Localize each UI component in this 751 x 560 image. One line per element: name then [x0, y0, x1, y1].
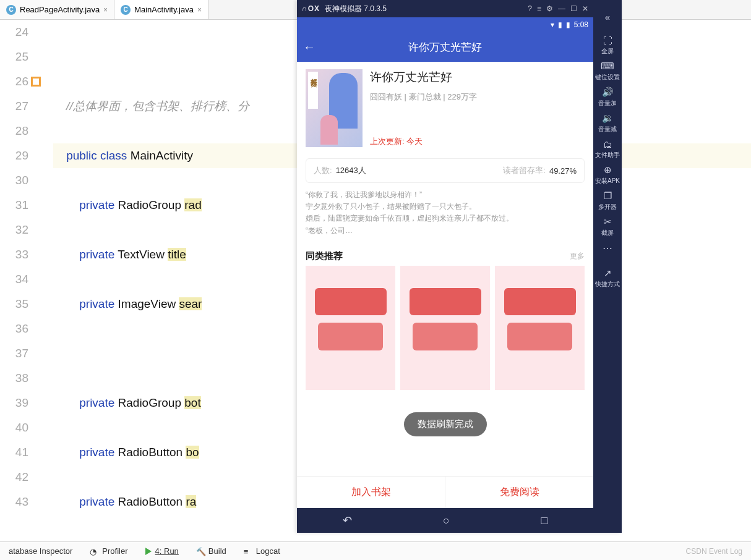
tab-label: ReadPageActivity.java — [20, 5, 100, 14]
status-time: 5:08 — [574, 20, 588, 29]
android-softkeys: ↶ ○ □ — [297, 508, 593, 533]
play-icon — [145, 548, 152, 555]
side-5[interactable]: ⊕安装APK — [595, 162, 620, 188]
emulator-titlebar[interactable]: ∩OX 夜神模拟器 7.0.3.5 ? ≡ ⚙ — ☐ ✕ — [297, 0, 593, 17]
side-1[interactable]: ⌨键位设置 — [595, 58, 620, 84]
logcat-button[interactable]: ≡Logcat — [244, 546, 280, 556]
book-header: 光芒好 许你万丈 许你万丈光芒好 囧囧有妖 | 豪门总裁 | 229万字 上次更… — [297, 62, 593, 155]
recents-key-icon[interactable]: □ — [541, 514, 547, 527]
logcat-icon: ≡ — [244, 547, 252, 556]
people-label: 人数: — [314, 165, 332, 176]
section-title: 同类推荐 — [306, 250, 343, 262]
emulator-title: 夜神模拟器 7.0.3.5 — [325, 4, 387, 14]
profiler-icon: ◔ — [90, 547, 98, 556]
shortcut-button[interactable]: ↗ 快捷方式 — [595, 265, 620, 291]
desc-line: 宁夕意外救了只小包子，结果被附赠了一只大包子。 — [306, 201, 585, 213]
side-icon: 🔊 — [602, 87, 614, 98]
code-comment: //总体界面，包含书架、排行榜、分 — [53, 100, 249, 112]
add-shelf-button[interactable]: 加入书架 — [297, 477, 445, 508]
minimize-icon[interactable]: — — [558, 4, 565, 13]
run-button[interactable]: 4: Run — [145, 546, 179, 556]
recommend-header: 同类推荐 更多 — [297, 244, 593, 266]
home-key-icon[interactable]: ○ — [443, 514, 450, 527]
emulator-sidebar: « ⛶全屏⌨键位设置🔊音量加🔉音量减🗂文件助手⊕安装APK❐多开器✂截屏 ⋯ ↗… — [593, 0, 622, 533]
side-4[interactable]: 🗂文件助手 — [595, 136, 620, 162]
book-title: 许你万丈光芒好 — [370, 69, 585, 85]
side-label: 快捷方式 — [595, 280, 620, 289]
side-label: 安装APK — [595, 177, 620, 185]
recommend-list — [297, 266, 593, 399]
side-icon: ✂ — [604, 216, 612, 227]
book-info: 许你万丈光芒好 囧囧有妖 | 豪门总裁 | 229万字 上次更新: 今天 — [370, 69, 585, 147]
side-label: 音量减 — [598, 125, 617, 134]
collapse-icon[interactable]: « — [595, 4, 620, 30]
line-gutter: 2425 26 27282930 3132333435 3637383940 4… — [0, 20, 35, 541]
book-meta: 囧囧有妖 | 豪门总裁 | 229万字 — [370, 91, 585, 103]
side-icon: ⌨ — [601, 61, 614, 72]
hammer-icon: 🔨 — [196, 547, 205, 556]
close-icon[interactable]: × — [103, 6, 108, 14]
device-screen: ▾ ▮ ▮ 5:08 ← 许你万丈光芒好 光芒好 许你万丈 许你万丈光芒好 囧囧… — [297, 17, 593, 508]
signal-icon: ▮ — [558, 20, 562, 29]
desc-line: 婚后，陆霆骁宠妻如命千依百顺，虐起狗来连亲儿子都不放过。 — [306, 213, 585, 224]
android-statusbar: ▾ ▮ ▮ 5:08 — [297, 17, 593, 32]
bottom-actions: 加入书架 免费阅读 — [297, 476, 593, 508]
side-icon: 🔉 — [602, 112, 614, 124]
toast-message: 数据刷新完成 — [404, 412, 487, 436]
app-topbar: ← 许你万丈光芒好 — [297, 32, 593, 62]
emulator-main: ∩OX 夜神模拟器 7.0.3.5 ? ≡ ⚙ — ☐ ✕ ▾ ▮ ▮ 5:08… — [297, 0, 593, 533]
more-icon[interactable]: ⋯ — [603, 242, 612, 254]
build-button[interactable]: 🔨Build — [196, 546, 226, 556]
free-read-button[interactable]: 免费阅读 — [445, 477, 593, 508]
side-label: 文件助手 — [595, 151, 620, 159]
recommend-item[interactable] — [495, 266, 585, 390]
close-icon[interactable]: ✕ — [582, 4, 588, 13]
people-value: 12643人 — [336, 165, 366, 176]
side-label: 截屏 — [601, 229, 614, 237]
gear-icon[interactable]: ⚙ — [546, 4, 553, 13]
side-label: 音量加 — [598, 99, 617, 108]
watermark: CSDN Event Log — [686, 547, 742, 556]
side-6[interactable]: ❐多开器 — [595, 188, 620, 214]
ide-bottom-toolbar: atabase Inspector ◔Profiler 4: Run 🔨Buil… — [0, 541, 751, 560]
side-icon: ❐ — [604, 190, 612, 202]
book-update: 上次更新: 今天 — [370, 136, 585, 147]
menu-icon[interactable]: ≡ — [537, 4, 541, 13]
wifi-icon: ▾ — [551, 20, 554, 29]
java-class-icon: C — [121, 5, 131, 15]
retention-value: 49.27% — [549, 166, 577, 176]
app-title: 许你万丈光芒好 — [297, 40, 593, 54]
tab-label: MainActivity.java — [134, 5, 194, 14]
more-link[interactable]: 更多 — [570, 251, 585, 261]
book-cover[interactable]: 光芒好 许你万丈 — [306, 69, 363, 147]
shortcut-icon: ↗ — [604, 268, 612, 279]
nox-logo: ∩OX — [302, 4, 320, 13]
side-icon: ⛶ — [603, 35, 612, 46]
recommend-item[interactable] — [306, 266, 395, 390]
tab-mainactivity[interactable]: C MainActivity.java × — [114, 0, 208, 19]
side-3[interactable]: 🔉音量减 — [595, 110, 620, 136]
help-icon[interactable]: ? — [528, 4, 532, 13]
book-description: “你救了我，我让我爹地以身相许！” 宁夕意外救了只小包子，结果被附赠了一只大包子… — [297, 189, 593, 244]
side-label: 全屏 — [601, 47, 614, 56]
close-icon[interactable]: × — [197, 6, 202, 14]
back-key-icon[interactable]: ↶ — [343, 514, 352, 527]
cover-text: 光芒好 许你万丈 — [309, 73, 319, 75]
side-2[interactable]: 🔊音量加 — [595, 84, 620, 110]
side-label: 键位设置 — [595, 73, 620, 82]
profiler-button[interactable]: ◔Profiler — [90, 546, 127, 556]
side-icon: ⊕ — [604, 164, 612, 176]
emulator-window: ∩OX 夜神模拟器 7.0.3.5 ? ≡ ⚙ — ☐ ✕ ▾ ▮ ▮ 5:08… — [297, 0, 622, 533]
db-inspector-button[interactable]: atabase Inspector — [9, 546, 72, 556]
maximize-icon[interactable]: ☐ — [570, 4, 577, 13]
gutter-class-icon — [31, 77, 41, 87]
side-0[interactable]: ⛶全屏 — [595, 32, 620, 58]
java-class-icon: C — [6, 5, 16, 15]
retention-label: 读者留存率: — [503, 165, 546, 176]
tab-readpageactivity[interactable]: C ReadPageActivity.java × — [0, 0, 114, 19]
side-icon: 🗂 — [603, 139, 612, 150]
desc-line: “你救了我，我让我爹地以身相许！” — [306, 189, 585, 201]
book-stats: 人数: 12643人 读者留存率: 49.27% — [306, 158, 585, 183]
side-7[interactable]: ✂截屏 — [595, 214, 620, 240]
recommend-item[interactable] — [400, 266, 490, 390]
